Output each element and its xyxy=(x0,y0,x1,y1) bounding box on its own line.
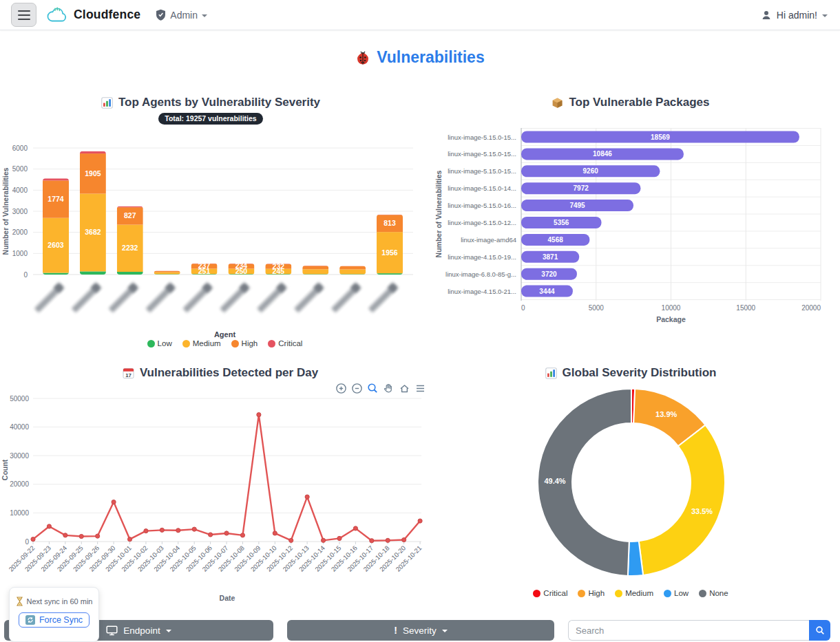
x-axis-tick-label: 10000 xyxy=(662,304,681,312)
legend-label: Medium xyxy=(193,339,221,347)
bar-value-label: 2603 xyxy=(48,241,64,249)
line-series xyxy=(33,415,420,541)
data-point-marker[interactable] xyxy=(209,533,213,537)
legend-item-critical[interactable]: Critical xyxy=(533,589,567,597)
user-dropdown[interactable]: Hi admin! xyxy=(761,10,829,21)
package-name-label: linux-image-5.15.0-15... xyxy=(448,133,516,141)
chevron-down-icon xyxy=(166,630,171,632)
data-point-marker[interactable] xyxy=(289,538,293,542)
sync-icon xyxy=(25,615,35,625)
data-point-marker[interactable] xyxy=(370,539,374,543)
zoom-out-icon[interactable] xyxy=(350,382,363,394)
data-point-marker[interactable] xyxy=(305,495,309,499)
legend-item-low[interactable]: Low xyxy=(147,339,172,347)
bar-segment-medium[interactable] xyxy=(302,269,328,274)
y-axis-tick-label: 50000 xyxy=(10,395,29,403)
package-name-label: linux-image-5.15.0-14... xyxy=(448,184,516,192)
stacked-bar[interactable] xyxy=(43,178,69,275)
package-name-label: linux-image-4.15.0-21... xyxy=(448,288,516,295)
y-axis-tick-label: 2000 xyxy=(12,228,28,236)
data-point-marker[interactable] xyxy=(112,500,116,504)
bar-segment-low[interactable] xyxy=(302,274,328,275)
bar-segment-medium[interactable] xyxy=(154,272,180,275)
bar-segment-low[interactable] xyxy=(43,273,69,275)
stacked-bar[interactable] xyxy=(302,266,328,275)
redacted-x-label xyxy=(368,282,399,313)
data-point-marker[interactable] xyxy=(127,537,132,542)
pan-icon[interactable] xyxy=(382,382,395,394)
legend-swatch xyxy=(268,340,275,347)
navbar: Cloudfence Admin Hi admin! xyxy=(0,0,840,30)
legend-item-none[interactable]: None xyxy=(699,589,728,597)
bar-segment-high[interactable] xyxy=(302,266,328,269)
bar-segment-high[interactable] xyxy=(339,266,366,270)
packages-chart: 05000100001500020000linux-image-5.15.0-1… xyxy=(421,127,840,331)
selection-zoom-icon[interactable] xyxy=(366,382,379,394)
data-point-marker[interactable] xyxy=(257,413,261,417)
data-point-marker[interactable] xyxy=(47,524,51,528)
data-point-marker[interactable] xyxy=(31,537,35,542)
data-point-marker[interactable] xyxy=(144,529,148,533)
sync-popover: Next sync in 60 min Force Sync xyxy=(9,587,99,642)
force-sync-button[interactable]: Force Sync xyxy=(19,612,90,628)
agents-severity-chart: 0100020003000400050006000Number of Vulne… xyxy=(0,129,427,318)
bar-segment-low[interactable] xyxy=(117,272,143,275)
person-icon xyxy=(761,10,772,21)
stacked-bar[interactable] xyxy=(154,270,180,275)
bar-segment-low[interactable] xyxy=(339,274,366,275)
bar-value-label: 4568 xyxy=(548,236,564,244)
bar-segment-low[interactable] xyxy=(154,274,180,275)
legend-item-medium[interactable]: Medium xyxy=(182,339,221,347)
data-point-marker[interactable] xyxy=(224,531,229,535)
bar-value-label: 1774 xyxy=(48,195,64,203)
zoom-in-icon[interactable] xyxy=(335,382,347,394)
legend-item-medium[interactable]: Medium xyxy=(615,589,653,597)
data-point-marker[interactable] xyxy=(240,533,244,537)
severity-dropdown[interactable]: ! Severity xyxy=(287,620,554,641)
admin-dropdown[interactable]: Admin xyxy=(156,9,207,21)
severity-dropdown-label: Severity xyxy=(403,625,437,636)
data-point-marker[interactable] xyxy=(79,534,83,538)
stacked-bar[interactable] xyxy=(339,266,366,275)
bar-segment-critical[interactable] xyxy=(117,206,143,207)
data-point-marker[interactable] xyxy=(273,531,277,535)
total-badge-wrap: Total: 19257 vulnerabilities xyxy=(0,111,421,125)
data-point-marker[interactable] xyxy=(402,537,406,542)
donut-slice-medium[interactable] xyxy=(639,425,725,575)
search-button[interactable] xyxy=(809,620,830,641)
data-point-marker[interactable] xyxy=(353,526,357,531)
daily-chart-title-text: Vulnerabilities Detected per Day xyxy=(140,366,318,380)
bar-value-label: 234 xyxy=(235,261,248,270)
bar-value-label: 10846 xyxy=(593,150,612,158)
sidebar-toggle-button[interactable] xyxy=(11,3,36,27)
brand[interactable]: Cloudfence xyxy=(47,6,140,24)
data-point-marker[interactable] xyxy=(192,527,196,531)
bar-segment-critical[interactable] xyxy=(43,178,69,180)
search-input[interactable] xyxy=(568,620,809,641)
y-axis-tick-label: 0 xyxy=(25,538,29,546)
legend-item-high[interactable]: High xyxy=(231,339,258,347)
data-point-marker[interactable] xyxy=(386,538,390,542)
redacted-x-label xyxy=(145,282,176,313)
data-point-marker[interactable] xyxy=(337,536,342,540)
bar-segment-medium[interactable] xyxy=(339,269,366,274)
home-icon[interactable] xyxy=(398,382,410,394)
donut-legend: CriticalHighMediumLowNone xyxy=(421,589,840,597)
hourglass-icon xyxy=(16,597,23,606)
data-point-marker[interactable] xyxy=(96,534,100,538)
data-point-marker[interactable] xyxy=(63,533,67,537)
page-title: Vulnerabilities xyxy=(0,48,840,67)
bar-segment-low[interactable] xyxy=(80,271,106,275)
legend-item-high[interactable]: High xyxy=(578,589,605,597)
endpoint-dropdown-label: Endpoint xyxy=(123,625,160,636)
data-point-marker[interactable] xyxy=(160,528,164,532)
menu-icon[interactable] xyxy=(414,382,426,394)
legend-item-low[interactable]: Low xyxy=(664,589,689,597)
bar-segment-critical[interactable] xyxy=(80,151,106,153)
bar-segment-low[interactable] xyxy=(377,273,403,275)
bar-segment-high[interactable] xyxy=(154,271,180,272)
legend-swatch xyxy=(699,590,706,597)
data-point-marker[interactable] xyxy=(176,528,180,533)
data-point-marker[interactable] xyxy=(321,538,325,542)
legend-item-critical[interactable]: Critical xyxy=(268,339,302,347)
